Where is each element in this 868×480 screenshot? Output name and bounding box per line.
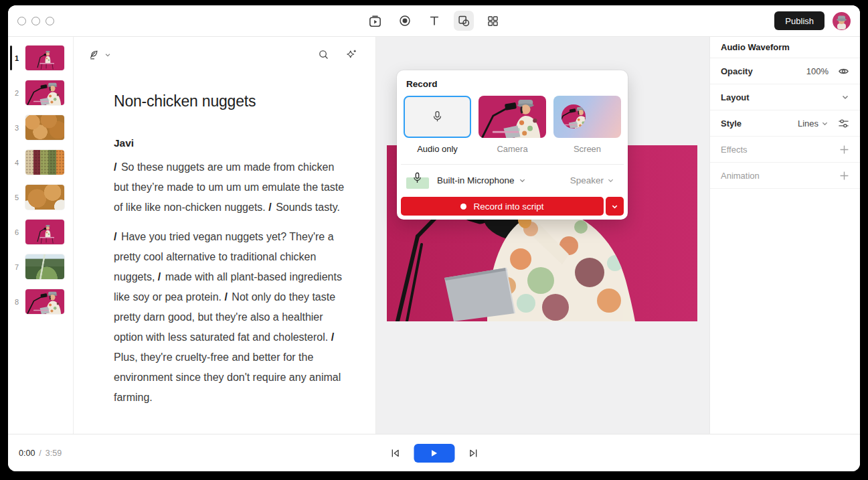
- scene-number: 4: [8, 159, 25, 167]
- current-time: 0:00: [19, 449, 35, 458]
- script-editor: Non-chicken nuggets Javi / So these nugg…: [74, 37, 376, 434]
- scene-number: 7: [8, 263, 25, 271]
- record-popover: Record Audio only: [397, 70, 628, 220]
- record-option-camera[interactable]: Camera: [479, 96, 546, 154]
- record-option-label: Audio only: [404, 144, 471, 154]
- record-icon[interactable]: [395, 11, 415, 31]
- mic-level-meter: [406, 171, 430, 189]
- scene-number: 3: [8, 124, 25, 132]
- inspector-panel: Audio Waveform Opacity 100% Layout: [709, 37, 860, 434]
- scene-item-2[interactable]: 2: [8, 80, 73, 105]
- play-button[interactable]: [414, 444, 454, 463]
- user-avatar[interactable]: [833, 12, 851, 30]
- record-option-label: Screen: [553, 144, 621, 154]
- shapes-icon[interactable]: [454, 11, 474, 31]
- record-options: Audio only Camera Screen: [401, 96, 624, 154]
- scene-thumbnail-landscape: [25, 254, 64, 279]
- screen-webcam-bubble: [561, 104, 586, 129]
- write-tool-dropdown[interactable]: [87, 48, 111, 62]
- microphone-icon: [430, 110, 444, 124]
- scene-item-4[interactable]: 4: [8, 150, 73, 175]
- record-option-audio[interactable]: Audio only: [404, 96, 471, 154]
- scene-thumbnail-nuggets: [25, 185, 64, 210]
- skip-forward-button[interactable]: [466, 447, 480, 460]
- scene-number: 5: [8, 193, 25, 202]
- text-icon[interactable]: [424, 11, 444, 31]
- quill-icon: [87, 48, 101, 62]
- app-window: Publish 1 2: [8, 5, 860, 471]
- window-close-button[interactable]: [17, 17, 26, 25]
- record-into-script-button[interactable]: Record into script: [401, 197, 604, 216]
- layout-label: Layout: [721, 92, 750, 102]
- plus-icon[interactable]: [839, 171, 849, 181]
- scene-number: 2: [8, 89, 25, 97]
- window-controls: [17, 17, 54, 25]
- document-title[interactable]: Non-chicken nuggets: [114, 92, 345, 110]
- chevron-down-icon: [607, 177, 614, 184]
- topbar-right-group: Publish: [774, 11, 851, 30]
- ai-sparkle-icon[interactable]: [345, 48, 358, 62]
- camera-preview-thumbnail: [479, 96, 546, 138]
- sliders-icon[interactable]: [838, 118, 849, 129]
- chevron-down-icon[interactable]: [841, 93, 849, 101]
- scene-item-1[interactable]: 1: [8, 46, 73, 70]
- window-zoom-button[interactable]: [46, 17, 54, 25]
- transcript-paragraph[interactable]: / Have you tried vegan nuggets yet? They…: [114, 227, 345, 408]
- center-tool-group: [365, 11, 503, 31]
- inspector-row-layout[interactable]: Layout: [710, 84, 860, 110]
- time-separator: /: [39, 449, 41, 458]
- inspector-row-opacity[interactable]: Opacity 100%: [710, 58, 860, 84]
- speaker-select-label: Speaker: [570, 175, 604, 185]
- editor-toolbar: [74, 37, 375, 62]
- scene-thumbnail-person-desk: [25, 46, 64, 70]
- chevron-down-icon: [821, 120, 829, 127]
- eye-icon[interactable]: [838, 66, 849, 77]
- play-icon: [430, 449, 438, 457]
- scene-thumbnail-person-closeup: [25, 80, 64, 105]
- style-value-dropdown[interactable]: Lines: [798, 118, 829, 129]
- speaker-label[interactable]: Javi: [114, 137, 345, 149]
- transport-bar: 0:00 / 3:59: [8, 434, 860, 471]
- effects-label: Effects: [721, 145, 748, 155]
- plus-icon[interactable]: [839, 145, 849, 155]
- animation-label: Animation: [721, 171, 760, 181]
- skip-back-button[interactable]: [388, 447, 402, 460]
- media-clip-icon[interactable]: [365, 11, 385, 31]
- opacity-value[interactable]: 100%: [806, 66, 829, 76]
- inspector-row-animation[interactable]: Animation: [710, 163, 860, 189]
- record-dot-icon: [460, 204, 466, 210]
- scene-item-6[interactable]: 6: [8, 220, 73, 244]
- scene-item-7[interactable]: 7: [8, 254, 73, 279]
- transport-controls: [388, 444, 480, 463]
- scene-item-8[interactable]: 8: [8, 289, 73, 314]
- inspector-row-style[interactable]: Style Lines: [710, 110, 860, 137]
- transcript-paragraph[interactable]: / So these nuggets are um made from chic…: [114, 157, 345, 218]
- inspector-row-effects[interactable]: Effects: [710, 137, 860, 163]
- publish-button[interactable]: Publish: [774, 11, 824, 30]
- microphone-name: Built-in Microphone: [437, 175, 515, 185]
- speaker-select[interactable]: Speaker: [570, 175, 618, 185]
- record-options-dropdown-button[interactable]: [606, 197, 624, 216]
- time-display: 0:00 / 3:59: [8, 449, 62, 458]
- scene-item-5[interactable]: 5: [8, 185, 73, 210]
- scene-number: 6: [8, 228, 25, 236]
- record-option-screen[interactable]: Screen: [553, 96, 621, 154]
- script-document: Non-chicken nuggets Javi / So these nugg…: [74, 92, 345, 408]
- input-device-row: Built-in Microphone Speaker: [401, 165, 624, 195]
- style-label: Style: [721, 118, 742, 129]
- top-toolbar: Publish: [8, 5, 860, 37]
- window-minimize-button[interactable]: [31, 17, 40, 25]
- record-button-row: Record into script: [401, 197, 624, 216]
- scene-thumbnail-beans: [25, 150, 64, 175]
- chevron-down-icon: [104, 52, 111, 58]
- layout-grid-icon[interactable]: [483, 11, 503, 31]
- microphone-select[interactable]: Built-in Microphone: [437, 175, 526, 185]
- workspace: 1 2 3 4 5 6 7: [8, 37, 860, 434]
- scene-item-3[interactable]: 3: [8, 115, 73, 140]
- search-icon[interactable]: [317, 48, 330, 61]
- opacity-label: Opacity: [721, 66, 753, 76]
- record-option-label: Camera: [479, 144, 546, 154]
- chevron-down-icon: [519, 177, 526, 184]
- chevron-down-icon: [611, 203, 618, 210]
- total-duration: 3:59: [46, 449, 62, 458]
